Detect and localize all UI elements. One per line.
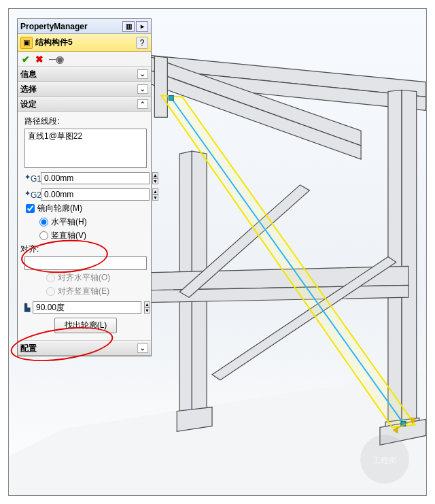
angle-spinner[interactable]: ▲▼: [144, 301, 150, 314]
find-profile-button[interactable]: 找出轮廓(L): [54, 318, 118, 333]
angle-row: ▙ ▲▼: [24, 301, 147, 314]
mirror-profile-input[interactable]: [26, 204, 35, 213]
chevron-down-icon[interactable]: ⌄: [137, 84, 148, 94]
section-select-label: 选择: [20, 84, 37, 95]
help-icon[interactable]: ?: [136, 37, 148, 49]
offset-g1-row: ✦G1 ▲▼: [24, 172, 147, 184]
section-config-label: 配置: [20, 343, 37, 354]
structural-member-icon: ▣: [20, 37, 33, 49]
svg-marker-5: [402, 90, 417, 426]
section-settings-label: 设定: [20, 99, 37, 110]
section-select-header[interactable]: 选择 ⌄: [18, 82, 151, 97]
pm-title-text: PropertyManager: [20, 22, 88, 31]
align-input[interactable]: [24, 256, 147, 270]
path-segment-list[interactable]: 直线1@草图22: [24, 129, 147, 168]
mirror-profile-label: 镜向轮廓(M): [37, 203, 82, 214]
chevron-down-icon[interactable]: ⌄: [137, 343, 148, 353]
vert-axis-input[interactable]: [39, 231, 48, 240]
offset-g1-input[interactable]: [41, 172, 150, 184]
section-settings-header[interactable]: 设定 ⌃: [18, 97, 151, 112]
horiz-axis-radio[interactable]: 水平轴(H): [39, 216, 147, 228]
chevron-down-icon[interactable]: ⌄: [137, 69, 148, 79]
horiz-axis-input[interactable]: [39, 218, 48, 226]
mirror-profile-checkbox[interactable]: 镜向轮廓(M): [26, 203, 147, 214]
path-segment-label: 路径线段:: [24, 116, 147, 127]
confirm-row: ✔ ✖ ─◉: [18, 52, 151, 67]
angle-icon: ▙: [24, 303, 30, 312]
svg-marker-7: [154, 56, 167, 118]
vert-axis-radio[interactable]: 竖直轴(V): [39, 230, 147, 241]
g2-spinner[interactable]: ▲▼: [152, 188, 158, 201]
align-vert-label: 对齐竖直轴(E): [58, 286, 109, 297]
pm-toolbar-btn-2[interactable]: ▸: [136, 21, 148, 32]
app-canvas: 工程师 PropertyManager ▥ ▸ ▣ 结构构件5 ? ✔ ✖ ─◉…: [8, 8, 427, 496]
pushpin-icon[interactable]: ─◉: [49, 54, 64, 65]
path-segment-item[interactable]: 直线1@草图22: [28, 131, 143, 142]
align-horiz-label: 对齐水平轴(O): [58, 272, 110, 284]
align-horiz-input: [46, 273, 55, 282]
feature-name: 结构构件5: [35, 37, 73, 48]
svg-marker-0: [9, 371, 425, 495]
pm-titlebar: PropertyManager ▥ ▸: [18, 19, 151, 34]
align-label: 对齐:: [20, 243, 147, 255]
chevron-up-icon[interactable]: ⌃: [137, 99, 148, 109]
g2-icon: ✦G2: [24, 189, 38, 200]
align-horiz-radio: 对齐水平轴(O): [46, 272, 147, 284]
ok-icon[interactable]: ✔: [22, 54, 30, 65]
section-info-label: 信息: [20, 69, 37, 80]
section-settings-body: 路径线段: 直线1@草图22 ✦G1 ▲▼ ✦G2 ▲▼ 镜向轮廓(M) 水平轴…: [18, 112, 151, 341]
vert-axis-label: 竖直轴(V): [51, 230, 86, 241]
feature-header: ▣ 结构构件5 ?: [18, 34, 151, 52]
svg-text:工程师: 工程师: [372, 456, 397, 465]
g1-spinner[interactable]: ▲▼: [152, 172, 158, 184]
angle-input[interactable]: [33, 301, 141, 314]
svg-rect-19: [169, 95, 173, 100]
property-manager-panel: PropertyManager ▥ ▸ ▣ 结构构件5 ? ✔ ✖ ─◉ 信息 …: [17, 18, 152, 356]
align-vert-radio: 对齐竖直轴(E): [46, 286, 147, 297]
section-info-header[interactable]: 信息 ⌄: [18, 67, 151, 82]
align-vert-input: [46, 287, 55, 296]
section-config-header[interactable]: 配置 ⌄: [18, 341, 151, 356]
pm-toolbar-btn-1[interactable]: ▥: [122, 21, 135, 32]
offset-g2-row: ✦G2 ▲▼: [24, 188, 147, 201]
horiz-axis-label: 水平轴(H): [51, 216, 87, 228]
cancel-icon[interactable]: ✖: [35, 54, 44, 65]
offset-g2-input[interactable]: [41, 188, 150, 201]
g1-icon: ✦G1: [24, 173, 38, 184]
